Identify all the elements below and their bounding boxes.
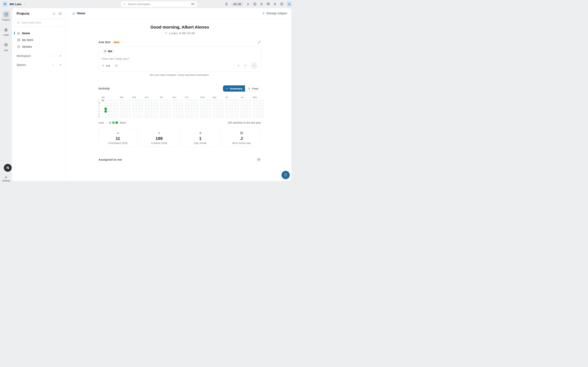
heatmap-cell[interactable] <box>185 113 187 115</box>
heatmap-cell[interactable] <box>123 105 125 107</box>
heatmap-cell[interactable] <box>203 110 205 113</box>
heatmap-cell[interactable] <box>253 105 255 107</box>
heatmap-cell[interactable] <box>200 99 203 101</box>
heatmap-cell[interactable] <box>141 99 143 101</box>
ask-button[interactable]: Ask <box>102 64 111 67</box>
heatmap-cell[interactable] <box>246 105 249 107</box>
heatmap-cell[interactable] <box>160 99 162 101</box>
heatmap-cell[interactable] <box>206 116 208 118</box>
heatmap-cell[interactable] <box>178 102 181 104</box>
heatmap-cell[interactable] <box>175 116 178 118</box>
heatmap-cell[interactable] <box>156 99 158 101</box>
heatmap-cell[interactable] <box>138 105 140 107</box>
new-document-fab[interactable] <box>282 171 290 179</box>
heatmap-cell[interactable] <box>156 110 158 113</box>
heatmap-cell[interactable] <box>256 116 258 118</box>
heatmap-cell[interactable] <box>156 102 158 104</box>
heatmap-cell[interactable] <box>175 105 178 107</box>
heatmap-cell[interactable] <box>120 108 122 110</box>
heatmap-cell[interactable] <box>237 102 239 104</box>
heatmap-cell[interactable] <box>135 116 138 118</box>
add-icon[interactable] <box>59 54 62 57</box>
toggle-sidebar-icon[interactable] <box>59 12 62 15</box>
heatmap-cell[interactable] <box>218 105 221 107</box>
heatmap-cell[interactable] <box>261 108 264 110</box>
heatmap-cell[interactable] <box>166 110 168 113</box>
heatmap-cell[interactable] <box>200 105 203 107</box>
heatmap-cell[interactable] <box>126 108 128 110</box>
heatmap-cell[interactable] <box>228 110 230 113</box>
heatmap-cell[interactable] <box>228 108 230 110</box>
heatmap-cell[interactable] <box>126 116 128 118</box>
heatmap-cell[interactable] <box>216 102 218 104</box>
heatmap-cell[interactable] <box>200 113 203 115</box>
send-button[interactable] <box>251 62 258 69</box>
add-circle-icon[interactable] <box>253 2 257 6</box>
heatmap-cell[interactable] <box>129 105 131 107</box>
heatmap-cell[interactable] <box>256 102 258 104</box>
heatmap-cell[interactable] <box>188 99 190 101</box>
heatmap-cell[interactable] <box>148 102 150 104</box>
heatmap-cell[interactable] <box>203 102 205 104</box>
heatmap-cell[interactable] <box>120 113 122 115</box>
heatmap-cell[interactable] <box>129 102 131 104</box>
heatmap-cell[interactable] <box>181 99 183 101</box>
heatmap-cell[interactable] <box>196 116 199 118</box>
heatmap-cell[interactable] <box>261 105 264 107</box>
heatmap-cell[interactable] <box>259 110 261 113</box>
heatmap-cell[interactable] <box>231 116 233 118</box>
heatmap-cell[interactable] <box>181 113 183 115</box>
heatmap-cell[interactable] <box>163 105 165 107</box>
heatmap-cell[interactable] <box>241 102 243 104</box>
heatmap-cell[interactable] <box>120 102 122 104</box>
heatmap-cell[interactable] <box>116 110 118 113</box>
heatmap-cell[interactable] <box>148 105 150 107</box>
heatmap-cell[interactable] <box>153 105 156 107</box>
heatmap-cell[interactable] <box>153 116 156 118</box>
model-chip[interactable]: BIK <box>102 49 114 54</box>
heatmap-cell[interactable] <box>213 102 215 104</box>
rail-item-settings[interactable]: Settings <box>0 175 12 182</box>
heatmap-cell[interactable] <box>132 105 135 107</box>
heatmap-cell[interactable] <box>120 116 122 118</box>
heatmap-cell[interactable] <box>138 113 140 115</box>
search-input[interactable]: Search commands... ⌘K <box>121 1 197 7</box>
heatmap-cell[interactable] <box>196 110 199 113</box>
heatmap-cell[interactable] <box>129 113 131 115</box>
heatmap-cell[interactable] <box>216 99 218 101</box>
heatmap-cell[interactable] <box>213 105 215 107</box>
heatmap-cell[interactable] <box>104 105 107 107</box>
heatmap-cell[interactable] <box>145 113 147 115</box>
heatmap-cell[interactable] <box>110 116 112 118</box>
heatmap-cell[interactable] <box>126 113 128 115</box>
heatmap-cell[interactable] <box>148 108 150 110</box>
heatmap-cell[interactable] <box>145 102 147 104</box>
heatmap-cell[interactable] <box>116 108 118 110</box>
heatmap-cell[interactable] <box>191 113 193 115</box>
heatmap-cell[interactable] <box>178 99 181 101</box>
heatmap-cell[interactable] <box>246 113 249 115</box>
heatmap-cell[interactable] <box>163 102 165 104</box>
web-globe-icon[interactable] <box>115 64 118 67</box>
heatmap-cell[interactable] <box>213 99 215 101</box>
heatmap-cell[interactable] <box>249 102 251 104</box>
heatmap-cell[interactable] <box>261 113 264 115</box>
heatmap-cell[interactable] <box>123 99 125 101</box>
heatmap-cell[interactable] <box>191 116 193 118</box>
heatmap-cell[interactable] <box>175 110 178 113</box>
heatmap-cell[interactable] <box>150 116 153 118</box>
heatmap-cell[interactable] <box>206 105 208 107</box>
heatmap-cell[interactable] <box>209 99 211 101</box>
heatmap-cell[interactable] <box>173 116 175 118</box>
heatmap-cell[interactable] <box>249 113 251 115</box>
heatmap-cell[interactable] <box>218 116 221 118</box>
heatmap-cell[interactable] <box>231 105 233 107</box>
user-avatar[interactable]: A <box>287 1 292 7</box>
heatmap-cell[interactable] <box>178 108 181 110</box>
heatmap-cell[interactable] <box>241 110 243 113</box>
heatmap-cell[interactable] <box>246 102 249 104</box>
heatmap-cell[interactable] <box>113 99 115 101</box>
heatmap-cell[interactable] <box>228 116 230 118</box>
heatmap-cell[interactable] <box>178 116 181 118</box>
heatmap-cell[interactable] <box>169 99 171 101</box>
